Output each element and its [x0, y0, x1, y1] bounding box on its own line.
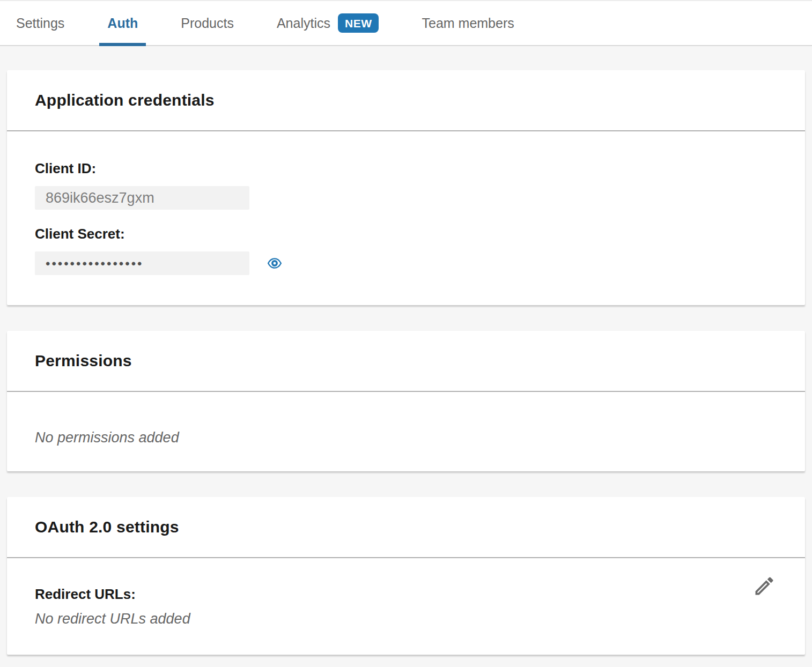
oauth-settings-card: OAuth 2.0 settings Redirect URLs: No red…	[7, 497, 805, 655]
oauth-settings-header: OAuth 2.0 settings	[7, 497, 805, 558]
permissions-card: Permissions No permissions added	[7, 331, 805, 471]
tab-analytics[interactable]: Analytics NEW	[277, 1, 379, 45]
application-credentials-title: Application credentials	[35, 91, 215, 109]
tab-bar: Settings Auth Products Analytics NEW Tea…	[0, 0, 812, 46]
redirect-urls-label: Redirect URLs:	[35, 586, 777, 602]
application-credentials-header: Application credentials	[7, 70, 805, 131]
no-permissions-text: No permissions added	[35, 429, 777, 446]
application-credentials-card: Application credentials Client ID: 869ik…	[7, 70, 805, 305]
edit-redirect-urls-button[interactable]	[752, 574, 776, 598]
client-id-value-box: 869ik66esz7gxm	[35, 186, 249, 210]
visibility-eye-icon	[265, 256, 284, 271]
new-badge: NEW	[338, 13, 379, 33]
client-secret-row: ••••••••••••••••	[35, 251, 777, 275]
tab-auth-label: Auth	[107, 16, 138, 31]
developer-app-page: Settings Auth Products Analytics NEW Tea…	[0, 0, 812, 655]
client-id-label: Client ID:	[35, 160, 777, 176]
tab-products[interactable]: Products	[181, 1, 234, 45]
oauth-settings-body: Redirect URLs: No redirect URLs added	[7, 558, 805, 655]
tab-auth[interactable]: Auth	[107, 1, 138, 45]
main-content: Application credentials Client ID: 869ik…	[0, 46, 812, 655]
permissions-header: Permissions	[7, 331, 805, 392]
reveal-secret-button[interactable]	[265, 256, 284, 271]
client-id-value: 869ik66esz7gxm	[46, 190, 154, 206]
tab-analytics-label: Analytics	[277, 16, 330, 31]
application-credentials-body: Client ID: 869ik66esz7gxm Client Secret:…	[7, 131, 805, 305]
permissions-body: No permissions added	[7, 392, 805, 471]
client-secret-masked-value: ••••••••••••••••	[46, 256, 143, 270]
tab-products-label: Products	[181, 16, 234, 31]
pencil-edit-icon	[752, 574, 776, 598]
oauth-settings-title: OAuth 2.0 settings	[35, 518, 179, 536]
tab-settings[interactable]: Settings	[16, 1, 64, 45]
tab-settings-label: Settings	[16, 16, 64, 31]
tab-team-members-label: Team members	[422, 16, 514, 31]
permissions-title: Permissions	[35, 352, 132, 370]
tab-team-members[interactable]: Team members	[422, 1, 514, 45]
client-secret-label: Client Secret:	[35, 226, 777, 242]
no-redirect-urls-text: No redirect URLs added	[35, 611, 777, 627]
client-secret-value-box: ••••••••••••••••	[35, 251, 249, 275]
